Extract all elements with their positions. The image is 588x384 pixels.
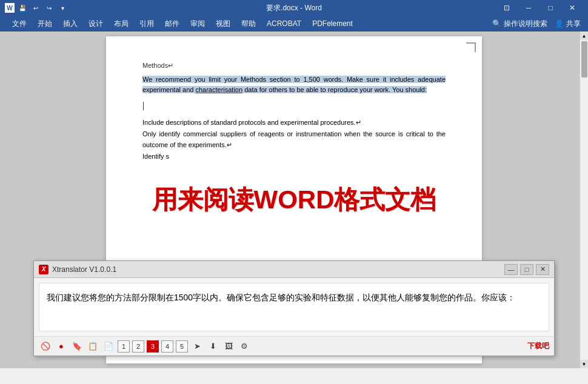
xt-translation-content: 我们建议您将您的方法部分限制在1500字以内。确保它包含足够的实验和特征数据，以… [39,283,549,331]
arrow-right-btn[interactable]: ➤ [190,340,204,353]
menu-file[interactable]: 文件 [7,16,32,31]
menu-pdfelement[interactable]: PDFelement [307,17,358,30]
menu-review[interactable]: 审阅 [185,16,210,31]
xt-close-btn[interactable]: ✕ [536,264,549,275]
circle-red-btn[interactable]: ● [55,340,68,353]
undo-btn[interactable]: ↩ [30,2,41,13]
underlined-word: characterisation [195,86,242,93]
menu-view[interactable]: 视图 [211,16,235,31]
xt-logo: X [39,265,48,274]
page-corner-mark [466,42,476,52]
eye-off-btn[interactable]: 🚫 [39,340,52,353]
paragraph-break [142,111,446,118]
copy1-btn[interactable]: 📋 [86,340,99,353]
selected-paragraph: We recommend you limit your Methods sect… [142,74,446,96]
bookmark-btn[interactable]: 🔖 [70,340,84,353]
num-btn-5[interactable]: 5 [176,340,188,353]
copy2-btn[interactable]: 📄 [102,340,115,353]
xt-minimize-btn[interactable]: — [504,264,518,275]
menu-design[interactable]: 设计 [84,16,108,31]
xt-maximize-btn[interactable]: □ [520,264,533,275]
menu-insert[interactable]: 插入 [58,16,82,31]
menu-layout[interactable]: 布局 [109,16,133,31]
num-btn-3[interactable]: 3 [147,340,159,353]
close-btn[interactable]: ✕ [561,0,583,16]
person-icon: 👤 [555,19,564,28]
xt-branding: 下载吧 [527,341,549,351]
cursor-line[interactable] [142,101,446,111]
minimize-btn[interactable]: ─ [518,0,540,16]
document-area: ▲ ▼ Methods↵ We recommend you limit your… [0,31,588,368]
methods-heading: Methods↵ [142,61,446,71]
settings-btn[interactable]: ⚙ [238,340,251,353]
restore-down-btn[interactable]: ⊡ [496,0,518,16]
window-title: 要求.docx - Word [266,3,322,13]
image-btn[interactable]: 🖼 [222,340,235,353]
body-line-1: Include descriptions of standard protoco… [142,118,446,128]
menu-home[interactable]: 开始 [33,16,57,31]
search-icon: 🔍 [492,19,501,28]
menu-bar: 文件 开始 插入 设计 布局 引用 邮件 审阅 视图 帮助 ACROBAT PD… [0,16,588,31]
word-icon: W [5,3,15,13]
menu-references[interactable]: 引用 [135,16,159,31]
scroll-thumb[interactable] [581,41,587,78]
redo-btn[interactable]: ↪ [44,2,55,13]
title-bar: W 💾 ↩ ↪ ▾ 要求.docx - Word ⊡ ─ □ ✕ [0,0,588,16]
save-btn[interactable]: 💾 [17,2,28,13]
xt-title-text: Xtranslator V1.0.0.1 [52,265,116,274]
scroll-up-btn[interactable]: ▲ [580,31,589,40]
body-line-2: Only identify commercial suppliers of re… [142,129,446,150]
tell-me-btn[interactable]: 🔍 操作说明搜索 [492,19,547,29]
body-line-3: Identify s [142,151,446,162]
share-btn[interactable]: 👤 共享 [555,19,581,29]
document-content: Methods↵ We recommend you limit your Met… [0,31,588,368]
xt-title-bar: X Xtranslator V1.0.0.1 — □ ✕ [34,261,554,278]
num-btn-4[interactable]: 4 [161,340,173,353]
menu-acrobat[interactable]: ACROBAT [262,17,306,30]
qat-dropdown[interactable]: ▾ [57,2,68,13]
window-controls[interactable]: ⊡ ─ □ ✕ [496,0,583,16]
vertical-scrollbar[interactable]: ▲ ▼ [580,31,588,368]
quick-access-toolbar[interactable]: W 💾 ↩ ↪ ▾ [5,2,68,13]
xt-title-left: X Xtranslator V1.0.0.1 [39,265,116,274]
menu-mailings[interactable]: 邮件 [160,16,184,31]
xt-toolbar: 🚫 ● 🔖 📋 📄 1 2 3 4 5 ➤ ⬇ 🖼 ⚙ 下载吧 [34,336,554,356]
text-cursor [143,102,144,110]
xt-window-controls[interactable]: — □ ✕ [504,264,549,275]
num-btn-2[interactable]: 2 [132,340,144,353]
menu-help[interactable]: 帮助 [236,16,261,31]
num-btn-1[interactable]: 1 [118,340,130,353]
scroll-down-btn[interactable]: ▼ [580,360,589,368]
selected-text-content: We recommend you limit your Methods sect… [142,76,446,94]
maximize-btn[interactable]: □ [540,0,561,16]
menu-right: 🔍 操作说明搜索 👤 共享 [492,19,581,29]
download-btn[interactable]: ⬇ [206,340,219,353]
xtranslator-window[interactable]: X Xtranslator V1.0.0.1 — □ ✕ 我们建议您将您的方法部… [33,260,555,356]
